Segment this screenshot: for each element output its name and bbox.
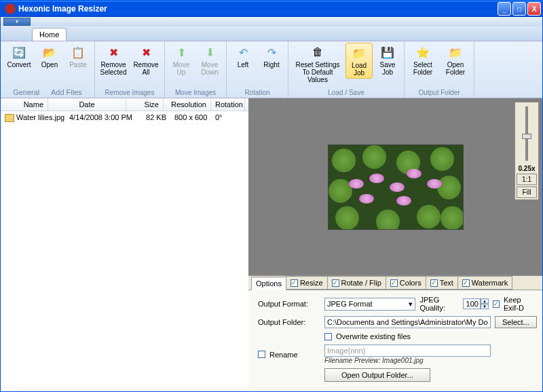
tab-rotate-flip[interactable]: ✓Rotate / Flip — [327, 276, 386, 290]
remove-all-icon: ✖ — [138, 44, 154, 60]
file-row[interactable]: Water lilies.jpg 4/14/2008 3:00 PM 82 KB… — [1, 111, 248, 124]
folder-open-icon: 📂 — [41, 44, 58, 60]
select-folder-button[interactable]: ⭐Select Folder — [407, 43, 438, 77]
jpeg-quality-spinner[interactable]: ▲▼ — [463, 298, 489, 309]
reset-icon: 🗑 — [310, 44, 326, 60]
preview-area: 0.25x 1:1 Fill — [248, 98, 542, 275]
bottom-tabs: Options ✓Resize ✓Rotate / Flip ✓Colors ✓… — [248, 275, 542, 290]
rename-label: Rename — [269, 351, 298, 359]
col-name[interactable]: Name — [1, 98, 48, 111]
group-label-general: General — [13, 88, 39, 96]
close-button[interactable]: X — [527, 2, 541, 16]
filename-preview: Filename Preview: Image001.jpg — [324, 357, 537, 364]
group-label-outfolder: Output Folder — [407, 89, 471, 96]
move-up-button[interactable]: ⬆Move Up — [168, 43, 195, 77]
zoom-fill-button[interactable]: Fill — [517, 187, 537, 198]
menubar: ▼ — [1, 17, 542, 26]
col-rotation[interactable]: Rotation — [211, 98, 245, 111]
col-date[interactable]: Date — [48, 98, 126, 111]
output-folder-label: Output Folder: — [258, 318, 319, 326]
text-checkbox[interactable]: ✓ — [430, 279, 438, 287]
file-rotation: 0° — [211, 113, 238, 123]
options-panel: Output Format: JPEG Format▾ JPEG Quality… — [248, 290, 542, 391]
file-list-header: Name Date Size Resolution Rotation — [1, 98, 248, 111]
tab-watermark[interactable]: ✓Watermark — [457, 276, 512, 290]
file-date: 4/14/2008 3:00 PM — [65, 113, 136, 123]
save-job-button[interactable]: 💾Save Job — [374, 43, 401, 77]
col-resolution[interactable]: Resolution — [164, 98, 211, 111]
remove-selected-button[interactable]: ✖Remove Selected — [98, 43, 129, 77]
zoom-control: 0.25x 1:1 Fill — [514, 102, 539, 200]
output-format-select[interactable]: JPEG Format▾ — [324, 298, 415, 311]
app-icon — [5, 3, 16, 14]
group-label-loadsave: Load / Save — [291, 89, 401, 96]
group-label-rotation: Rotation — [229, 89, 285, 96]
select-folder-btn[interactable]: Select... — [495, 316, 537, 328]
rotate-right-icon: ↷ — [263, 44, 280, 60]
watermark-checkbox[interactable]: ✓ — [462, 279, 470, 287]
group-label-remove: Remove Images — [98, 89, 162, 96]
output-folder-input[interactable] — [324, 316, 491, 328]
tab-options[interactable]: Options — [251, 277, 286, 290]
file-list: Name Date Size Resolution Rotation Water… — [1, 98, 248, 391]
file-name: Water lilies.jpg — [16, 113, 64, 121]
file-resolution: 800 x 600 — [170, 113, 211, 123]
reset-settings-button[interactable]: 🗑Reset Settings To Default Values — [291, 43, 344, 85]
remove-all-button[interactable]: ✖Remove All — [130, 43, 162, 77]
window-title: Hexonic Image Resizer — [18, 4, 498, 14]
chevron-down-icon: ▾ — [409, 300, 413, 309]
load-job-button[interactable]: 📁Load Job — [345, 43, 373, 79]
jpeg-quality-input[interactable] — [463, 298, 481, 309]
star-folder-icon: ⭐ — [415, 44, 431, 60]
preview-image — [328, 144, 464, 230]
keep-exif-checkbox[interactable]: ✓ — [493, 300, 500, 308]
overwrite-checkbox[interactable] — [324, 333, 332, 340]
open-output-folder-button[interactable]: Open Output Folder... — [324, 368, 430, 382]
tab-home[interactable]: Home — [32, 28, 67, 41]
open-folder-button[interactable]: 📁Open Folder — [440, 43, 471, 77]
convert-button[interactable]: 🔄Convert — [3, 43, 35, 70]
rotate-right-button[interactable]: ↷Right — [258, 43, 285, 70]
ribbon: 🔄Convert 📂Open 📋Paste General Add Files … — [1, 41, 542, 98]
rotate-checkbox[interactable]: ✓ — [332, 279, 339, 287]
convert-icon: 🔄 — [11, 44, 27, 60]
tab-resize[interactable]: ✓Resize — [286, 276, 328, 290]
rotate-left-icon: ↶ — [235, 44, 251, 60]
folder-open-icon: 📁 — [447, 44, 464, 60]
paste-button[interactable]: 📋Paste — [64, 43, 92, 70]
tab-colors[interactable]: ✓Colors — [386, 276, 426, 290]
save-icon: 💾 — [379, 44, 396, 60]
zoom-slider[interactable] — [525, 106, 528, 161]
zoom-level: 0.25x — [518, 165, 535, 172]
group-label-addfiles: Add Files — [51, 88, 82, 96]
group-label-move: Move Images — [168, 89, 223, 96]
colors-checkbox[interactable]: ✓ — [390, 279, 398, 287]
minimize-button[interactable]: _ — [498, 2, 511, 16]
zoom-1to1-button[interactable]: 1:1 — [517, 174, 537, 185]
tab-text[interactable]: ✓Text — [426, 276, 458, 290]
image-file-icon — [5, 114, 14, 122]
zoom-thumb[interactable] — [522, 134, 531, 139]
arrow-up-icon: ⬆ — [173, 44, 189, 60]
file-size: 82 KB — [136, 113, 170, 123]
open-button[interactable]: 📂Open — [36, 43, 63, 70]
spin-down-icon[interactable]: ▼ — [481, 304, 489, 309]
spin-up-icon[interactable]: ▲ — [481, 298, 489, 304]
rename-pattern-input — [324, 345, 491, 357]
move-down-button[interactable]: ⬇Move Down — [196, 43, 223, 77]
col-size[interactable]: Size — [126, 98, 164, 111]
rename-checkbox[interactable] — [258, 351, 265, 358]
rotate-left-button[interactable]: ↶Left — [229, 43, 257, 70]
output-format-label: Output Format: — [258, 300, 319, 308]
paste-icon: 📋 — [70, 44, 86, 60]
folder-icon: 📁 — [351, 45, 367, 61]
remove-icon: ✖ — [105, 44, 121, 60]
keep-exif-label: Keep Exif-D — [504, 296, 537, 312]
jpeg-quality-label: JPEG Quality: — [419, 296, 458, 312]
overwrite-label: Overwrite existing files — [336, 332, 411, 340]
titlebar: Hexonic Image Resizer _ □ X — [1, 1, 542, 17]
maximize-button[interactable]: □ — [512, 2, 526, 16]
app-menu-dropdown[interactable]: ▼ — [3, 18, 31, 26]
ribbon-tabs: Home — [1, 26, 542, 41]
resize-checkbox[interactable]: ✓ — [291, 279, 298, 287]
